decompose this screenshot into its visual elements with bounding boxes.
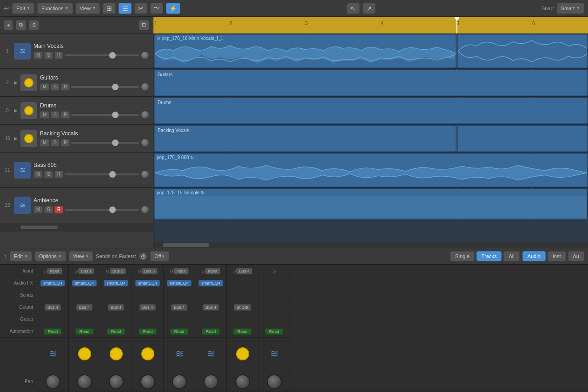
audio-clip[interactable]: pop_178_15 Sample ↻ (154, 189, 587, 219)
pan-knob[interactable] (172, 374, 187, 389)
audio-clip[interactable]: ↻ pop_178_16-Main Vocals_f_1 (154, 34, 456, 68)
volume-knob[interactable] (141, 111, 149, 119)
bus-badge[interactable]: Bus 2 (110, 268, 126, 274)
pan-knob[interactable] (267, 374, 282, 389)
scissors-btn[interactable]: ✂ (134, 3, 147, 14)
solo-btn[interactable]: S (44, 171, 53, 178)
bus-badge[interactable]: Bus 4 (203, 304, 219, 311)
track-lane[interactable]: Guitars (153, 69, 588, 97)
volume-knob[interactable] (141, 83, 149, 91)
collapse-arrow[interactable]: ▶ (14, 80, 18, 85)
read-badge[interactable]: Read (265, 328, 284, 335)
view-btn[interactable]: View ▼ (69, 251, 93, 261)
input-badge[interactable]: Input (173, 268, 188, 274)
mute-btn[interactable]: M (40, 139, 49, 146)
add-track-btn[interactable]: + (4, 20, 13, 30)
smarteq-badge[interactable]: smartEQ4 (104, 280, 128, 286)
audio-clip[interactable]: Backing Vocals (154, 126, 456, 152)
edit-btn[interactable]: Edit ▼ (10, 251, 32, 261)
smarteq-badge[interactable]: smartEQ4 (198, 280, 223, 286)
track-lane[interactable]: Drums (153, 97, 588, 125)
pan-knob[interactable] (204, 374, 218, 389)
list-view-btn[interactable]: ☰ (119, 3, 132, 14)
track-lane[interactable]: Backing Vocals (153, 125, 588, 153)
edit-menu[interactable]: Edit ▼ (12, 3, 34, 14)
view-menu[interactable]: View ▼ (76, 3, 100, 14)
fader-handle[interactable] (109, 171, 116, 178)
mute-btn[interactable]: M (40, 111, 49, 119)
volume-knob[interactable] (141, 139, 149, 147)
pointer2-btn[interactable]: ↗ (363, 3, 376, 14)
stack-btn[interactable]: ⧉ (16, 20, 26, 30)
pan-knob[interactable] (109, 374, 124, 389)
audio-clip[interactable]: Guitars (154, 70, 588, 96)
functions-menu[interactable]: Functions ▼ (37, 3, 73, 14)
audio-clip[interactable]: pop_178_9 808 ↻ (154, 153, 588, 187)
pan-knob[interactable] (140, 374, 155, 389)
snap-value[interactable]: Smart ▼ (557, 3, 584, 14)
audio-btn[interactable]: Audio (522, 251, 546, 261)
audio-clip-2[interactable] (457, 34, 588, 68)
bus-badge[interactable]: Bus 4 (76, 304, 92, 311)
stout-badge[interactable]: St Out (234, 304, 251, 311)
read-badge[interactable]: Read (202, 328, 220, 335)
track-lane[interactable]: ↻ pop_178_16-Main Vocals_f_1 (153, 33, 588, 69)
all-btn[interactable]: All (503, 251, 519, 261)
collapse-arrow[interactable]: ▶ (14, 108, 18, 113)
bus-badge[interactable]: Bus 4 (108, 304, 124, 311)
single-btn[interactable]: Single (450, 251, 475, 261)
undo-icon[interactable]: ↩ (4, 5, 9, 12)
rec-btn[interactable]: R (54, 171, 63, 178)
bus-badge[interactable]: Bus 4 (171, 304, 187, 311)
track-lane[interactable]: pop_178_9 808 ↻ (153, 153, 588, 188)
s-btn[interactable]: S (29, 20, 39, 30)
fader-handle[interactable] (109, 206, 116, 213)
mute-btn[interactable]: M (40, 83, 49, 91)
smarteq-badge[interactable]: smartEQ4 (167, 280, 192, 286)
input-badge[interactable]: Input (205, 268, 220, 274)
fader-track[interactable] (65, 54, 139, 56)
snap-btn[interactable]: ⚡ (166, 3, 180, 14)
arrangement-view[interactable]: 1 2 3 4 5 6 ↻ pop_178_16-Mai (153, 17, 588, 248)
sends-value[interactable]: Off ▼ (150, 251, 169, 261)
tracks-btn[interactable]: Tracks (476, 251, 502, 261)
fader-handle[interactable] (112, 140, 119, 146)
pan-knob[interactable] (77, 374, 92, 389)
mute-btn[interactable]: M (33, 206, 43, 213)
rec-btn[interactable]: R (61, 111, 70, 119)
read-badge[interactable]: Read (75, 328, 94, 335)
options-btn[interactable]: Options ▼ (35, 251, 66, 261)
bus-badge[interactable]: Bus 4 (236, 268, 252, 274)
fader-handle[interactable] (112, 84, 119, 90)
wave-btn[interactable]: 〜 (150, 3, 163, 14)
track-lane[interactable]: pop_178_15 Sample ↻ (153, 188, 588, 220)
fader-track[interactable] (71, 114, 139, 116)
smarteq-badge[interactable]: smartEQ4 (40, 280, 65, 286)
solo-btn[interactable]: S (51, 83, 59, 91)
volume-knob[interactable] (141, 170, 149, 179)
pointer-btn[interactable]: ↖ (347, 3, 360, 14)
bus-badge[interactable]: Bus 4 (139, 304, 156, 311)
fader-handle[interactable] (109, 52, 116, 59)
read-badge[interactable]: Read (233, 328, 252, 335)
pan-knob[interactable] (235, 374, 250, 389)
pan-knob[interactable] (46, 374, 60, 389)
solo-btn[interactable]: S (51, 139, 59, 146)
h-scrollbar[interactable] (153, 242, 588, 248)
solo-btn[interactable]: S (44, 52, 53, 59)
volume-knob[interactable] (141, 206, 149, 214)
scrollbar[interactable] (0, 223, 153, 232)
fader-handle[interactable] (112, 112, 119, 118)
input-badge[interactable]: Input (47, 268, 62, 274)
read-badge[interactable]: Read (170, 328, 189, 335)
fader-track[interactable] (71, 142, 139, 144)
rec-btn[interactable]: R (61, 139, 70, 146)
bus-badge[interactable]: Bus 4 (45, 304, 61, 311)
collapse-arrow[interactable]: ▶ (14, 136, 18, 141)
mute-btn[interactable]: M (33, 171, 43, 178)
smarteq-badge[interactable]: smartEQ4 (135, 280, 160, 286)
rec-btn[interactable]: R (54, 206, 63, 213)
grid-view-btn[interactable]: ⊞ (103, 3, 116, 14)
rec-btn[interactable]: R (61, 83, 70, 91)
rec-btn[interactable]: R (54, 52, 63, 59)
